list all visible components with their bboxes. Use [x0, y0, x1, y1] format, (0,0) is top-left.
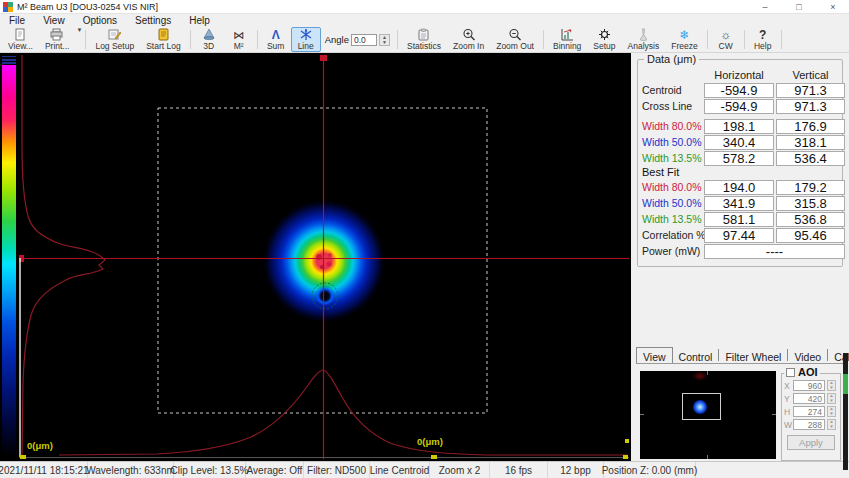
aoi-h-input[interactable]: 274	[793, 406, 825, 417]
menu-file[interactable]: File	[0, 15, 34, 26]
zoom-in-button[interactable]: Zoom In	[447, 27, 490, 52]
tab-control[interactable]: Control	[673, 349, 720, 361]
width13-v-value: 536.4	[776, 151, 845, 166]
print-dropdown-icon[interactable]: ▼	[76, 27, 82, 52]
aoi-w-spinner[interactable]: ▲▼	[827, 419, 836, 430]
intensity-colorbar	[2, 56, 16, 456]
status-filter: Filter: ND500	[304, 462, 370, 478]
toolbar-label: Statistics	[407, 41, 441, 51]
toolbar-separator	[257, 30, 258, 49]
width80-h-value: 198.1	[704, 119, 774, 134]
menu-settings[interactable]: Settings	[126, 15, 180, 26]
toolbar-label: Analysis	[628, 41, 660, 51]
view-button[interactable]: View...	[2, 27, 39, 52]
toolbar-label: Setup	[593, 41, 615, 51]
beam-canvas[interactable]: 0(μm) 0(μm)	[19, 55, 629, 459]
minimize-button[interactable]: –	[759, 2, 771, 12]
aoi-h-label: H	[784, 407, 791, 417]
start-log-button[interactable]: Start Log	[140, 27, 187, 52]
width80-v-value: 176.9	[776, 119, 845, 134]
menu-options[interactable]: Options	[74, 15, 126, 26]
axis-tick	[431, 455, 437, 459]
aoi-field-w: W 288 ▲▼	[784, 419, 838, 430]
row-label-width50: Width 50.0%	[642, 134, 702, 150]
aoi-y-spinner[interactable]: ▲▼	[827, 393, 836, 404]
cone-3d-icon	[202, 28, 216, 41]
axis-tick	[20, 455, 26, 459]
statistics-button[interactable]: Statistics	[401, 27, 447, 52]
apply-button[interactable]: Apply	[787, 435, 835, 450]
binning-button[interactable]: Binning	[547, 27, 587, 52]
form-pencil-icon	[107, 28, 122, 41]
col-header-vertical: Vertical	[776, 68, 845, 82]
sum-button[interactable]: Λ Sum	[261, 27, 291, 52]
print-button[interactable]: Print...	[39, 27, 76, 52]
question-icon: ?	[759, 29, 766, 41]
angle-spinner[interactable]: ▲ ▼	[379, 34, 390, 46]
spin-down-icon[interactable]: ▼	[380, 40, 389, 45]
aoi-x-label: X	[784, 381, 791, 391]
preview-tick	[707, 371, 708, 375]
toolbar-label: Log Setup	[95, 41, 134, 51]
toolbar-label: Sum	[267, 41, 284, 51]
panel-tabs: View Control Filter Wheel Video Calculat…	[636, 347, 844, 364]
line-button[interactable]: Line	[291, 27, 321, 52]
3d-button[interactable]: 3D	[194, 27, 224, 52]
row-label-width13: Width 13.5%	[642, 150, 702, 166]
analysis-button[interactable]: Analysis	[622, 27, 666, 52]
width50-h-value: 340.4	[704, 135, 774, 150]
preview-smudge	[692, 371, 708, 381]
toolbar-label: Print...	[45, 41, 70, 51]
aoi-x-input[interactable]: 960	[793, 380, 825, 391]
status-bpp: 12 bpp	[548, 462, 604, 478]
zoom-out-button[interactable]: Zoom Out	[490, 27, 540, 52]
toolbar: View... Print... ▼ Log Setup Start Log	[0, 27, 849, 53]
maximize-button[interactable]: □	[793, 2, 805, 12]
cw-button[interactable]: ☼ CW	[711, 27, 741, 52]
aoi-h-spinner[interactable]: ▲▼	[827, 406, 836, 417]
menu-view[interactable]: View	[34, 15, 74, 26]
aoi-y-input[interactable]: 420	[793, 393, 825, 404]
crossline-v-value: 971.3	[776, 99, 845, 114]
angle-input[interactable]: 0.0	[351, 34, 377, 46]
tab-video[interactable]: Video	[788, 349, 828, 361]
clipboard-icon	[417, 28, 430, 41]
aoi-label: AOI	[798, 366, 818, 378]
beam-profiler-window: M² Beam U3 [DOU3-0254 VIS NIR] – □ × Fil…	[0, 0, 849, 478]
secondary-spot	[314, 285, 336, 307]
binning-chart-icon	[560, 28, 574, 41]
freeze-button[interactable]: ❄ Freeze	[665, 27, 703, 52]
close-button[interactable]: ×	[827, 2, 839, 12]
toolbar-label: Help	[754, 41, 771, 51]
aoi-w-input[interactable]: 288	[793, 419, 825, 430]
beam-speckle	[316, 254, 322, 260]
magnifier-plus-icon	[462, 28, 476, 41]
bf-width50-v-value: 315.8	[776, 196, 845, 211]
crosshair-top-marker[interactable]	[320, 55, 327, 61]
aoi-checkbox[interactable]	[786, 368, 795, 377]
tab-filter-wheel[interactable]: Filter Wheel	[719, 349, 788, 361]
tab-view[interactable]: View	[636, 347, 673, 363]
aoi-y-label: Y	[784, 394, 791, 404]
toolbar-label: 3D	[203, 41, 214, 51]
menu-help[interactable]: Help	[180, 15, 219, 26]
status-wavelength: Wavelength: 633nm	[88, 462, 174, 478]
camera-preview[interactable]	[640, 371, 776, 459]
aoi-x-spinner[interactable]: ▲▼	[827, 380, 836, 391]
crossline-h-value: -594.9	[704, 99, 774, 114]
toolbar-label: Binning	[553, 41, 581, 51]
width13-h-value: 578.2	[704, 151, 774, 166]
m2-button[interactable]: ⋈ M²	[224, 27, 254, 52]
gain-slider-thumb[interactable]	[843, 374, 848, 394]
data-table: Horizontal Vertical Centroid -594.9 971.…	[642, 68, 845, 259]
preview-tick	[707, 455, 708, 459]
toolbar-label: CW	[719, 41, 733, 51]
toolbar-separator	[781, 30, 782, 49]
log-setup-button[interactable]: Log Setup	[89, 27, 140, 52]
toolbar-label: Line	[298, 41, 314, 51]
printer-icon	[49, 28, 65, 41]
beam-display-area: 0(μm) 0(μm)	[0, 53, 631, 461]
setup-button[interactable]: Setup	[587, 27, 621, 52]
help-button[interactable]: ? Help	[748, 27, 778, 52]
gain-slider[interactable]	[843, 353, 848, 470]
